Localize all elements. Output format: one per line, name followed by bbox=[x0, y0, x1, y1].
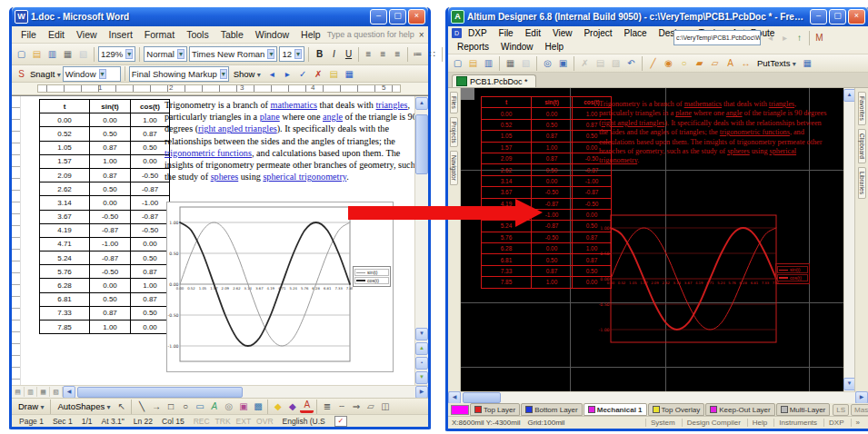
nav-forward-icon[interactable]: ▸ bbox=[778, 31, 792, 44]
scroll-thumb[interactable] bbox=[415, 114, 428, 174]
panel-button-»[interactable]: » bbox=[851, 419, 864, 427]
print-preview-icon[interactable]: ▧ bbox=[76, 47, 90, 61]
panel-tab-libraries[interactable]: Libraries bbox=[858, 167, 866, 199]
next-page-icon[interactable] bbox=[415, 371, 428, 384]
hyperlink[interactable]: mathematics bbox=[270, 100, 317, 110]
layer-tab-top-layer[interactable]: Top Layer bbox=[470, 403, 520, 416]
snagit-icon[interactable]: S bbox=[15, 67, 28, 81]
menu-item-format[interactable]: Format bbox=[139, 28, 180, 41]
accept-change-icon[interactable]: ✓ bbox=[296, 67, 310, 81]
address-combo[interactable]: c:\VeryTemp\PCB1.PcbDoc\WaveName * bbox=[673, 30, 761, 45]
print-preview-icon[interactable]: ▧ bbox=[519, 56, 533, 70]
menu-item-table[interactable]: Table bbox=[215, 28, 249, 41]
cut-icon[interactable]: ✗ bbox=[578, 56, 592, 70]
line-style-icon[interactable]: ≣ bbox=[320, 399, 334, 413]
picture-icon[interactable]: ▩ bbox=[251, 399, 264, 413]
scroll-right-icon[interactable] bbox=[855, 391, 868, 404]
help-prompt[interactable]: Type a question for help bbox=[327, 30, 414, 39]
zoom-area-icon[interactable]: ▣ bbox=[556, 56, 570, 70]
scroll-left-icon[interactable] bbox=[63, 386, 75, 399]
scroll-up-icon[interactable] bbox=[415, 97, 428, 110]
menu-item-reports[interactable]: Reports bbox=[452, 41, 494, 53]
hyperlink[interactable]: spheres bbox=[727, 147, 750, 155]
arrow-style-icon[interactable]: ⇒ bbox=[349, 399, 363, 413]
undo-icon[interactable]: ↶ bbox=[624, 56, 638, 70]
font-size-combo[interactable]: 12 bbox=[279, 46, 304, 62]
hyperlink[interactable]: plane bbox=[260, 112, 280, 122]
place-polygon-icon[interactable]: ▱ bbox=[708, 56, 722, 70]
close-button[interactable]: × bbox=[408, 9, 425, 25]
hyperlink[interactable]: spherical trigonometry bbox=[263, 172, 346, 182]
insert-comment-icon[interactable]: ▤ bbox=[327, 67, 341, 81]
hyperlink[interactable]: spheres bbox=[211, 172, 239, 182]
align-right-icon[interactable]: ≡ bbox=[391, 47, 404, 61]
save-icon[interactable]: ▥ bbox=[45, 47, 59, 61]
fill-color-icon[interactable]: ◆ bbox=[271, 399, 284, 413]
bold-icon[interactable]: B bbox=[313, 47, 326, 61]
menu-item-tools[interactable]: Tools bbox=[181, 28, 215, 41]
wordart-icon[interactable]: A bbox=[207, 399, 221, 413]
panel-button-design-compiler[interactable]: Design Compiler bbox=[682, 419, 745, 427]
canvas-vertical-scrollbar[interactable] bbox=[843, 88, 854, 391]
puttexts-combo[interactable]: PutTexts bbox=[754, 58, 799, 68]
print-layout-icon[interactable]: ▦ bbox=[37, 387, 50, 397]
place-dimension-icon[interactable]: ↔ bbox=[739, 56, 753, 70]
minimize-button[interactable]: – bbox=[810, 9, 827, 25]
outline-view-icon[interactable]: ▧ bbox=[50, 387, 63, 397]
scroll-down-icon[interactable] bbox=[415, 328, 428, 340]
layer-tab-mechanical-1[interactable]: Mechanical 1 bbox=[584, 403, 647, 416]
menu-item-place[interactable]: Place bbox=[619, 27, 653, 39]
place-pad-icon[interactable]: ◉ bbox=[662, 56, 675, 70]
normal-view-icon[interactable]: ▤ bbox=[12, 387, 25, 397]
hyperlink[interactable]: angle bbox=[726, 109, 743, 117]
scroll-right-icon[interactable] bbox=[415, 386, 428, 399]
panel-tab-navigator[interactable]: Navigator bbox=[450, 151, 458, 185]
menu-item-dxp[interactable]: DXP bbox=[463, 27, 493, 39]
menu-item-view[interactable]: View bbox=[547, 27, 578, 39]
document-page[interactable]: tsin(t)cos(t)0.000.001.000.520.500.871.0… bbox=[21, 96, 414, 385]
scroll-left-icon[interactable] bbox=[448, 391, 461, 404]
zoom-fit-icon[interactable]: ◎ bbox=[541, 56, 554, 70]
panel-button-dxp[interactable]: DXP bbox=[823, 419, 848, 427]
nav-up-icon[interactable]: ↑ bbox=[793, 31, 806, 44]
show-button[interactable]: Show bbox=[231, 69, 264, 79]
select-objects-icon[interactable]: ↖ bbox=[115, 399, 128, 413]
place-line-icon[interactable]: ╱ bbox=[646, 56, 660, 70]
panel-button-instruments[interactable]: Instruments bbox=[773, 419, 822, 427]
vertical-scrollbar[interactable] bbox=[414, 96, 428, 385]
style-combo[interactable]: Normal bbox=[144, 46, 187, 62]
panel-tab-files[interactable]: Files bbox=[450, 92, 458, 113]
new-document-icon[interactable]: ▢ bbox=[451, 56, 464, 70]
layer-tab-multi-layer[interactable]: Multi-Layer bbox=[776, 403, 831, 416]
menu-item-file[interactable]: File bbox=[494, 27, 519, 39]
hyperlink[interactable]: trigonometric functions bbox=[165, 148, 252, 158]
hyperlink[interactable]: right angled triangles bbox=[602, 119, 665, 127]
print-icon[interactable]: ▦ bbox=[504, 56, 517, 70]
maximize-button[interactable]: ▢ bbox=[389, 9, 406, 25]
threed-style-icon[interactable]: ◫ bbox=[378, 399, 392, 413]
current-layer-swatch[interactable] bbox=[451, 405, 469, 415]
draw-menu-button[interactable]: Draw bbox=[15, 401, 46, 411]
close-document-icon[interactable]: × bbox=[415, 30, 428, 40]
menu-item-edit[interactable]: Edit bbox=[43, 28, 70, 41]
grid-settings-icon[interactable]: ▦ bbox=[801, 56, 814, 70]
panel-tab-projects[interactable]: Projects bbox=[450, 117, 458, 147]
hyperlink[interactable]: trigonometric functions bbox=[720, 128, 790, 136]
hyperlink[interactable]: triangles bbox=[769, 100, 794, 108]
panel-button-help[interactable]: Help bbox=[747, 419, 772, 427]
rectangle-icon[interactable]: □ bbox=[164, 399, 177, 413]
hyperlink[interactable]: right angled triangles bbox=[198, 123, 277, 133]
altium-titlebar[interactable]: A Altium Designer 6.8 (Internal Build 90… bbox=[448, 7, 868, 26]
font-combo[interactable]: Times New Roman bbox=[189, 46, 277, 62]
markup-combo[interactable]: Final Showing Markup bbox=[129, 66, 229, 82]
menu-item-project[interactable]: Project bbox=[578, 27, 617, 39]
snagit-window-combo[interactable]: Window bbox=[63, 66, 121, 82]
scroll-thumb[interactable] bbox=[463, 392, 501, 403]
mixsim-icon[interactable]: M bbox=[813, 31, 826, 44]
bullets-icon[interactable]: ∷ bbox=[425, 47, 439, 61]
place-string-icon[interactable]: A bbox=[723, 56, 737, 70]
minimize-button[interactable]: – bbox=[370, 9, 387, 25]
arrow-icon[interactable]: → bbox=[149, 399, 163, 413]
numbering-icon[interactable]: ≔ bbox=[411, 47, 424, 61]
dash-style-icon[interactable]: ┄ bbox=[334, 399, 348, 413]
